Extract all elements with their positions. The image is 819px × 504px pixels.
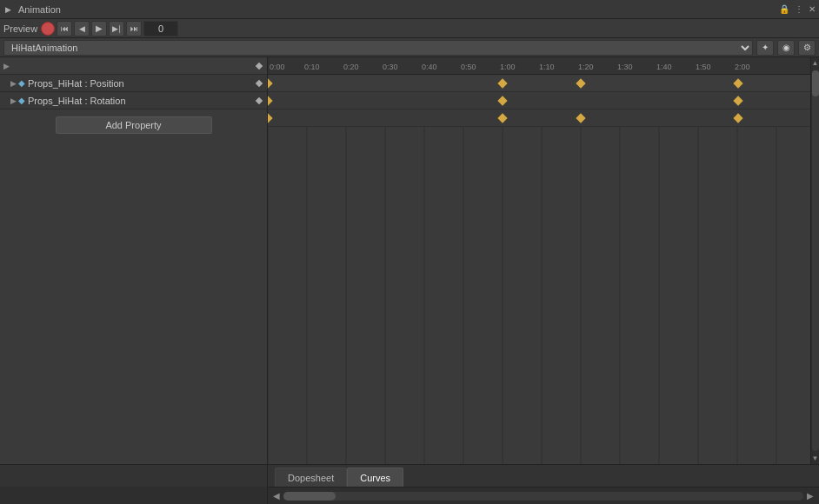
svg-text:0:20: 0:20 <box>343 63 359 71</box>
title-bar-label: Animation <box>18 4 61 15</box>
goto-end-button[interactable]: ⏭ <box>126 21 142 36</box>
mesh-rotation-icon: ◆ <box>18 96 25 105</box>
svg-text:1:10: 1:10 <box>539 63 555 71</box>
keyframe-pos-0[interactable] <box>268 96 273 105</box>
keyframe-rot-2[interactable] <box>576 113 585 123</box>
ruler-svg: 0:00 0:10 0:20 0:30 0:40 0:50 1:00 1:10 … <box>268 57 810 75</box>
toolbar: Preview ⏮ ◀ ▶ ▶| ⏭ 0 <box>0 19 819 38</box>
keyframe-all-2[interactable] <box>576 78 585 88</box>
preview-label: Preview <box>3 23 37 34</box>
vertical-scroll-thumb[interactable] <box>812 70 819 96</box>
preview-button[interactable] <box>41 22 55 36</box>
scroll-up-arrow[interactable]: ▲ <box>812 57 819 69</box>
main-area: ▶ ▶ ◆ Props_HiHat : Position ▶ ◆ Props_H… <box>0 57 819 464</box>
keyframe-rot-3[interactable] <box>733 113 742 123</box>
left-bottom-scrollbar <box>0 487 268 504</box>
keyframe-rot-1[interactable] <box>497 113 507 123</box>
animation-select[interactable]: HiHatAnimation <box>3 40 753 56</box>
position-keyframe-indicator[interactable] <box>255 79 263 88</box>
animation-icon: ▶ <box>5 5 11 14</box>
left-bottom-spacer <box>0 464 268 487</box>
tabs-area: Dopesheet Curves <box>268 464 819 487</box>
rotation-keyframe-indicator[interactable] <box>255 96 263 105</box>
keyframe-all-3[interactable] <box>733 78 742 88</box>
horizontal-scroll-track[interactable] <box>283 492 803 501</box>
position-label: Props_HiHat : Position <box>28 78 255 89</box>
settings-button[interactable]: ⚙ <box>798 40 816 56</box>
svg-text:0:50: 0:50 <box>461 63 476 71</box>
all-keyframes-row <box>268 75 810 92</box>
svg-text:1:30: 1:30 <box>617 63 633 71</box>
dopesheet-tab[interactable]: Dopesheet <box>275 468 347 487</box>
keyframe-pos-2[interactable] <box>733 96 742 105</box>
vertical-scroll-track[interactable] <box>812 70 819 451</box>
title-bar: ▶ Animation 🔒 ⋮ ✕ <box>0 0 819 19</box>
add-property-button[interactable]: Add Property <box>56 116 212 134</box>
empty-timeline-area <box>268 127 810 464</box>
horizontal-scroll-thumb[interactable] <box>283 492 336 501</box>
expand-all-arrow[interactable]: ▶ <box>3 62 10 70</box>
svg-text:0:10: 0:10 <box>304 63 320 71</box>
expand-position-arrow[interactable]: ▶ <box>10 79 17 88</box>
add-keyframe-button[interactable]: ✦ <box>756 40 774 56</box>
bottom-scrollbar-row: ◀ ▶ <box>0 487 819 504</box>
play-button[interactable]: ▶ <box>91 21 107 36</box>
goto-start-button[interactable]: ⏮ <box>57 21 72 36</box>
frame-input[interactable]: 0 <box>143 21 178 36</box>
scroll-right-arrow[interactable]: ▶ <box>803 491 817 501</box>
scroll-left-arrow[interactable]: ◀ <box>270 491 283 501</box>
svg-text:0:30: 0:30 <box>383 63 398 71</box>
left-panel: ▶ ▶ ◆ Props_HiHat : Position ▶ ◆ Props_H… <box>0 57 268 464</box>
lock-icon[interactable]: 🔒 <box>779 4 789 14</box>
anim-name-row: HiHatAnimation ✦ ◉ ⚙ <box>0 38 819 57</box>
close-icon[interactable]: ✕ <box>809 4 816 14</box>
position-property-row: ▶ ◆ Props_HiHat : Position <box>0 75 267 92</box>
all-keyframe-indicator[interactable] <box>255 62 263 70</box>
scroll-down-arrow[interactable]: ▼ <box>812 453 819 464</box>
keyframe-pos-1[interactable] <box>497 96 507 105</box>
svg-text:1:50: 1:50 <box>696 63 711 71</box>
step-back-button[interactable]: ◀ <box>74 21 90 36</box>
svg-text:1:00: 1:00 <box>500 63 516 71</box>
right-panel: 0:00 0:10 0:20 0:30 0:40 0:50 1:00 1:10 … <box>268 57 819 464</box>
title-bar-controls: 🔒 ⋮ ✕ <box>779 4 816 14</box>
svg-text:1:20: 1:20 <box>578 63 594 71</box>
rotation-keyframes-row <box>268 109 810 127</box>
timeline-content: 0:00 0:10 0:20 0:30 0:40 0:50 1:00 1:10 … <box>268 57 810 464</box>
curves-tab[interactable]: Curves <box>347 468 403 487</box>
menu-icon[interactable]: ⋮ <box>795 4 803 14</box>
expand-rotation-arrow[interactable]: ▶ <box>10 96 17 105</box>
timeline-ruler[interactable]: 0:00 0:10 0:20 0:30 0:40 0:50 1:00 1:10 … <box>268 57 810 75</box>
horizontal-scrollbar[interactable]: ◀ ▶ <box>268 487 819 504</box>
record-button[interactable]: ◉ <box>777 40 795 56</box>
svg-text:0:00: 0:00 <box>270 63 285 71</box>
timeline-main: 0:00 0:10 0:20 0:30 0:40 0:50 1:00 1:10 … <box>268 57 819 464</box>
svg-text:1:40: 1:40 <box>656 63 672 71</box>
keyframe-area <box>268 75 810 464</box>
all-properties-row: ▶ <box>0 57 267 75</box>
keyframe-all-1[interactable] <box>497 78 507 88</box>
rotation-property-row: ▶ ◆ Props_HiHat : Rotation <box>0 92 267 109</box>
svg-text:2:00: 2:00 <box>735 63 750 71</box>
step-forward-button[interactable]: ▶| <box>109 21 124 36</box>
keyframe-rot-0[interactable] <box>268 113 273 123</box>
svg-text:0:40: 0:40 <box>422 63 437 71</box>
position-keyframes-row <box>268 92 810 109</box>
bottom-section: Dopesheet Curves <box>0 464 819 487</box>
vertical-scrollbar[interactable]: ▲ ▼ <box>810 57 819 464</box>
rotation-label: Props_HiHat : Rotation <box>28 96 255 106</box>
keyframe-all-0[interactable] <box>268 78 273 88</box>
mesh-position-icon: ◆ <box>18 78 25 88</box>
